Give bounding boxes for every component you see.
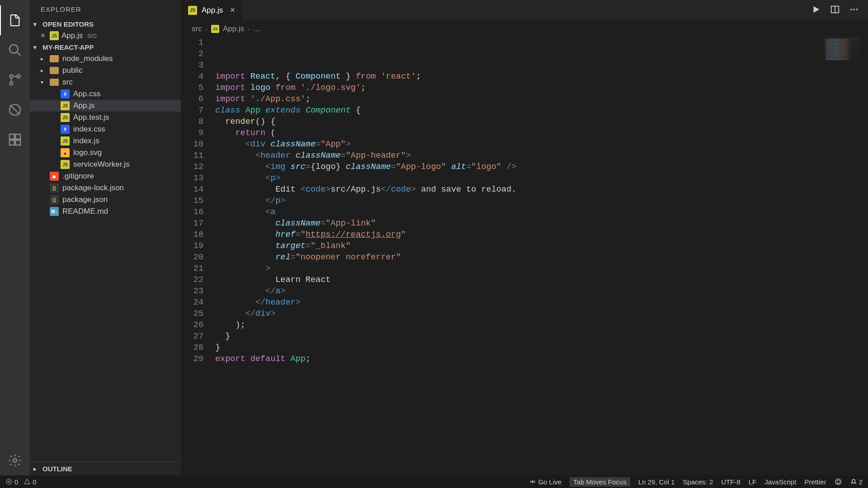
close-icon[interactable]: × (39, 31, 47, 40)
project-header[interactable]: ▾ MY-REACT-APP (30, 42, 181, 53)
file-item[interactable]: {}package.json (30, 194, 181, 206)
editor-tab[interactable]: JS App.js × (181, 0, 242, 21)
tree-item-label: App.test.js (73, 113, 109, 122)
svg-point-2 (10, 75, 13, 78)
tab-bar: JS App.js × (181, 0, 868, 21)
file-item[interactable]: #App.css (30, 88, 181, 100)
close-icon[interactable]: × (230, 5, 235, 15)
code-content[interactable]: import React, { Component } from 'react'… (215, 37, 868, 475)
chevron-down-icon: ▾ (33, 21, 41, 28)
svg-point-14 (850, 9, 852, 10)
svg-point-11 (13, 459, 17, 462)
svg-rect-9 (9, 140, 14, 145)
code-editor[interactable]: 1234567891011121314151617181920212223242… (181, 37, 868, 475)
svg-point-15 (853, 9, 855, 10)
chevron-right-icon: › (248, 26, 250, 33)
open-editor-item[interactable]: × JS App.js src (30, 30, 181, 42)
js-file-icon: JS (61, 101, 70, 110)
status-errors[interactable]: 0 (5, 478, 18, 486)
folder-item[interactable]: ▸public (30, 65, 181, 76)
more-icon[interactable] (849, 5, 859, 16)
breadcrumb[interactable]: src › JS App.js › ... (181, 21, 868, 37)
folder-item[interactable]: ▾src (30, 76, 181, 88)
editor-area: JS App.js × src › JS App.js › ... 123456… (181, 0, 868, 475)
svg-file-icon: ▲ (61, 148, 70, 157)
activity-settings-icon[interactable] (0, 446, 30, 475)
tree-item-label: src (62, 78, 73, 87)
status-warnings[interactable]: 0 (24, 478, 36, 486)
md-file-icon: M↓ (50, 207, 59, 216)
file-item[interactable]: JSindex.js (30, 135, 181, 147)
folder-item[interactable]: ▸node_modules (30, 53, 181, 65)
file-item[interactable]: JSApp.js (30, 100, 181, 112)
open-editors-header[interactable]: ▾ OPEN EDITORS (30, 19, 181, 30)
tree-item-label: package.json (62, 195, 108, 204)
svg-point-0 (9, 45, 18, 53)
outline-header[interactable]: ▸ OUTLINE (30, 462, 181, 475)
js-file-icon: JS (188, 6, 197, 15)
chevron-down-icon: ▾ (41, 79, 46, 85)
chevron-right-icon: ▸ (41, 56, 46, 62)
tree-item-label: package-lock.json (62, 183, 124, 192)
activity-debug-icon[interactable] (0, 95, 30, 125)
status-encoding[interactable]: UTF-8 (721, 478, 741, 486)
status-bar: 0 0 Go Live Tab Moves Focus Ln 29, Col 1… (0, 475, 868, 488)
status-tab-focus[interactable]: Tab Moves Focus (570, 477, 630, 487)
activity-git-icon[interactable] (0, 65, 30, 95)
file-item[interactable]: ▲logo.svg (30, 147, 181, 159)
svg-point-20 (532, 481, 533, 483)
split-editor-icon[interactable] (830, 5, 840, 16)
git-file-icon: ◆ (50, 172, 59, 181)
status-eol[interactable]: LF (749, 478, 757, 486)
css-file-icon: # (61, 125, 70, 134)
svg-rect-10 (15, 140, 20, 145)
file-item[interactable]: M↓README.md (30, 206, 181, 217)
file-item[interactable]: #index.css (30, 123, 181, 135)
run-icon[interactable] (811, 5, 821, 16)
folder-icon (50, 67, 59, 74)
activity-bar (0, 0, 30, 475)
status-language[interactable]: JavaScript (764, 478, 796, 486)
status-spaces[interactable]: Spaces: 2 (683, 478, 713, 486)
chevron-right-icon: › (206, 26, 208, 33)
json-file-icon: {} (50, 195, 59, 204)
file-item[interactable]: JSApp.test.js (30, 112, 181, 123)
status-feedback-icon[interactable] (835, 478, 842, 485)
svg-line-1 (17, 52, 20, 56)
js-file-icon: JS (61, 136, 70, 145)
js-file-icon: JS (50, 31, 59, 40)
svg-point-22 (837, 481, 837, 481)
json-file-icon: {} (50, 183, 59, 192)
activity-files-icon[interactable] (0, 5, 30, 35)
svg-point-4 (10, 82, 13, 85)
status-cursor[interactable]: Ln 29, Col 1 (638, 478, 675, 486)
status-prettier[interactable]: Prettier (804, 478, 826, 486)
folder-icon (50, 55, 59, 62)
sidebar-title: EXPLORER (30, 0, 181, 19)
activity-extensions-icon[interactable] (0, 125, 30, 155)
svg-line-6 (10, 105, 19, 114)
tree-item-label: logo.svg (73, 148, 102, 157)
svg-rect-8 (15, 134, 20, 139)
chevron-right-icon: ▸ (41, 67, 46, 74)
css-file-icon: # (61, 89, 70, 99)
tree-item-label: App.css (73, 89, 100, 99)
tree-item-label: .gitignore (62, 172, 94, 181)
svg-point-16 (856, 9, 858, 10)
svg-point-23 (839, 481, 839, 481)
chevron-down-icon: ▾ (33, 44, 41, 51)
svg-rect-7 (9, 134, 14, 139)
js-file-icon: JS (61, 113, 70, 122)
js-file-icon: JS (211, 25, 219, 33)
status-go-live[interactable]: Go Live (529, 478, 561, 486)
tree-item-label: node_modules (62, 54, 113, 63)
chevron-right-icon: ▸ (33, 465, 41, 472)
file-item[interactable]: {}package-lock.json (30, 182, 181, 194)
line-numbers: 1234567891011121314151617181920212223242… (181, 37, 215, 475)
js-file-icon: JS (61, 160, 70, 169)
status-notifications[interactable]: 2 (850, 478, 863, 486)
file-item[interactable]: JSserviceWorker.js (30, 159, 181, 170)
activity-search-icon[interactable] (0, 35, 30, 65)
file-item[interactable]: ◆.gitignore (30, 170, 181, 182)
tree-item-label: serviceWorker.js (73, 160, 129, 169)
